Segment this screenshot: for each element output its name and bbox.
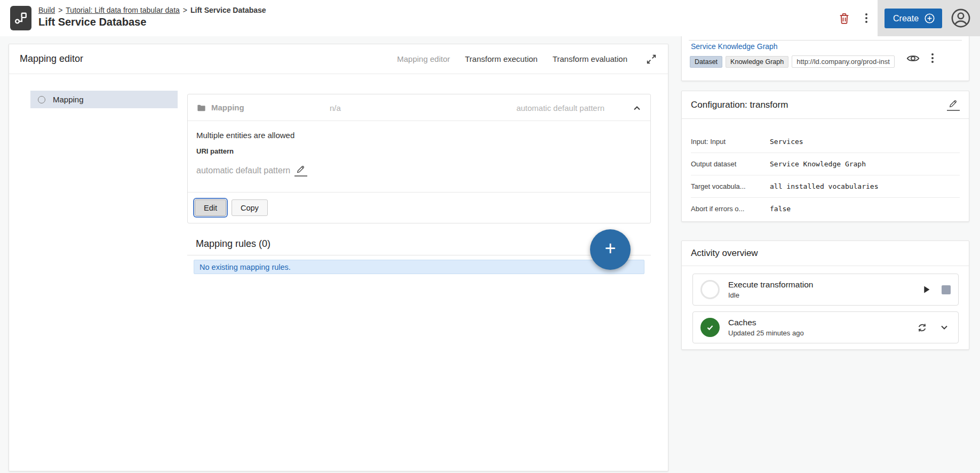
- config-label: Input: Input: [691, 138, 770, 146]
- mapping-detail-panel: Mapping n/a automatic default pattern Mu…: [187, 94, 651, 223]
- delete-button[interactable]: [836, 11, 851, 26]
- tag-knowledge-graph: Knowledge Graph: [726, 56, 788, 68]
- folder-icon: [196, 103, 206, 113]
- header-more-menu-button[interactable]: [859, 11, 874, 26]
- more-vertical-icon: [931, 53, 934, 63]
- app-logo[interactable]: [10, 6, 31, 30]
- check-icon: [705, 322, 715, 333]
- activity-actions: [920, 284, 951, 295]
- user-account-button[interactable]: [949, 6, 973, 30]
- mapping-detail-title: Mapping: [211, 103, 244, 112]
- tab-transform-evaluation[interactable]: Transform evaluation: [553, 54, 627, 63]
- preview-button[interactable]: [905, 50, 921, 66]
- status-idle-icon: [700, 280, 720, 299]
- uri-pattern-value: automatic default pattern: [196, 166, 290, 175]
- workflow-logo-icon: [14, 11, 28, 25]
- mapping-detail-header[interactable]: Mapping n/a automatic default pattern: [188, 94, 650, 121]
- account-icon: [950, 7, 972, 29]
- app-header: Build>Tutorial: Lift data from tabular d…: [0, 0, 980, 36]
- trash-icon: [838, 12, 851, 25]
- config-value: Services: [770, 138, 803, 146]
- breadcrumb-current: Lift Service Database: [190, 6, 266, 14]
- mapping-editor-title: Mapping editor: [20, 53, 83, 65]
- dataset-more-menu-button[interactable]: [925, 51, 940, 66]
- mapping-editor-card: Mapping editor Mapping editor Transform …: [9, 44, 668, 471]
- dataset-link[interactable]: Service Knowledge Graph: [691, 42, 778, 51]
- config-row-output-dataset: Output dataset Service Knowledge Graph: [691, 153, 960, 175]
- activity-actions: [916, 321, 951, 334]
- uri-pattern-row: automatic default pattern: [196, 164, 642, 177]
- activity-label: Caches: [728, 318, 804, 327]
- tab-transform-execution[interactable]: Transform execution: [465, 54, 537, 63]
- breadcrumb-link-build[interactable]: Build: [38, 6, 55, 14]
- play-icon: [920, 284, 932, 295]
- eye-icon: [906, 51, 920, 66]
- uri-pattern-label: URI pattern: [196, 147, 642, 155]
- mapping-rules-title: Mapping rules (0): [196, 238, 270, 250]
- mapping-editor-tabs: Mapping editor Transform execution Trans…: [397, 52, 658, 66]
- edit-button[interactable]: Edit: [195, 199, 226, 216]
- mapping-rules-section: Mapping rules (0) No existing mapping ru…: [187, 233, 651, 274]
- configuration-title: Configuration: transform: [691, 100, 788, 110]
- tag-dataset: Dataset: [690, 56, 722, 68]
- more-vertical-icon: [865, 13, 867, 23]
- expand-icon: [646, 53, 657, 65]
- edit-pencil-icon: [948, 99, 959, 109]
- radio-circle-icon: [38, 96, 45, 103]
- breadcrumb: Build>Tutorial: Lift data from tabular d…: [38, 6, 266, 14]
- add-mapping-rule-fab[interactable]: +: [590, 229, 631, 270]
- breadcrumb-separator: >: [58, 6, 62, 14]
- config-label: Abort if errors o...: [691, 205, 770, 213]
- mapping-tree-item-label: Mapping: [53, 95, 84, 104]
- status-success-icon: [700, 318, 720, 337]
- entities-allowed-note: Multiple entities are allowed: [196, 131, 642, 140]
- no-rules-message: No existing mapping rules.: [194, 260, 644, 274]
- mapping-rules-header: Mapping rules (0): [187, 233, 651, 255]
- chevron-down-icon: [938, 321, 951, 334]
- breadcrumb-link-tutorial[interactable]: Tutorial: Lift data from tabular data: [66, 6, 179, 14]
- mapping-detail-footer: Edit Copy: [188, 192, 650, 223]
- config-label: Target vocabula...: [691, 182, 770, 190]
- breadcrumb-separator: >: [183, 6, 187, 14]
- page-title: Lift Service Database: [38, 16, 146, 28]
- config-row-input: Input: Input Services: [691, 130, 960, 153]
- dataset-card: Service Knowledge Graph Dataset Knowledg…: [681, 34, 969, 81]
- activity-overview-card: Activity overview Execute transformation…: [681, 240, 969, 350]
- edit-configuration-button[interactable]: [947, 99, 960, 111]
- configuration-card: Configuration: transform Input: Input Se…: [681, 91, 969, 222]
- refresh-icon: [916, 322, 928, 334]
- chevron-up-icon: [631, 102, 643, 115]
- activity-overview-title: Activity overview: [691, 248, 758, 259]
- collapse-button[interactable]: [630, 101, 644, 115]
- reload-caches-button[interactable]: [916, 322, 928, 334]
- dataset-uri: http://ld.company.org/prod-inst: [792, 55, 895, 68]
- divider: [689, 40, 962, 41]
- tab-mapping-editor[interactable]: Mapping editor: [397, 54, 450, 63]
- copy-button[interactable]: Copy: [232, 199, 268, 216]
- activity-row-caches: Caches Updated 25 minutes ago: [692, 311, 959, 343]
- create-button[interactable]: Create: [885, 9, 942, 28]
- expand-caches-button[interactable]: [938, 321, 951, 334]
- activity-texts: Execute transformation Idle: [728, 280, 813, 299]
- start-activity-button[interactable]: [920, 284, 932, 295]
- config-row-target-vocabularies: Target vocabula... all installed vocabul…: [691, 175, 960, 197]
- activity-status: Idle: [728, 291, 813, 299]
- create-plus-icon: [923, 12, 936, 25]
- configuration-rows: Input: Input Services Output dataset Ser…: [682, 119, 969, 220]
- create-button-label: Create: [893, 14, 919, 23]
- activity-label: Execute transformation: [728, 280, 813, 290]
- mapping-editor-card-header: Mapping editor Mapping editor Transform …: [9, 44, 668, 74]
- config-value: all installed vocabularies: [770, 182, 879, 190]
- mapping-tree-item[interactable]: Mapping: [30, 91, 178, 108]
- config-value: false: [770, 205, 791, 213]
- maximize-button[interactable]: [644, 52, 658, 66]
- activity-overview-header: Activity overview: [682, 241, 969, 266]
- config-label: Output dataset: [691, 160, 770, 168]
- edit-uri-pattern-button[interactable]: [294, 164, 307, 177]
- mapping-detail-body: Multiple entities are allowed URI patter…: [188, 121, 650, 186]
- edit-pencil-icon: [296, 164, 306, 175]
- mapping-detail-pattern: automatic default pattern: [516, 103, 604, 113]
- mapping-detail-uri: n/a: [330, 103, 341, 113]
- stop-icon: [942, 285, 951, 294]
- config-row-abort-on-errors: Abort if errors o... false: [691, 197, 960, 220]
